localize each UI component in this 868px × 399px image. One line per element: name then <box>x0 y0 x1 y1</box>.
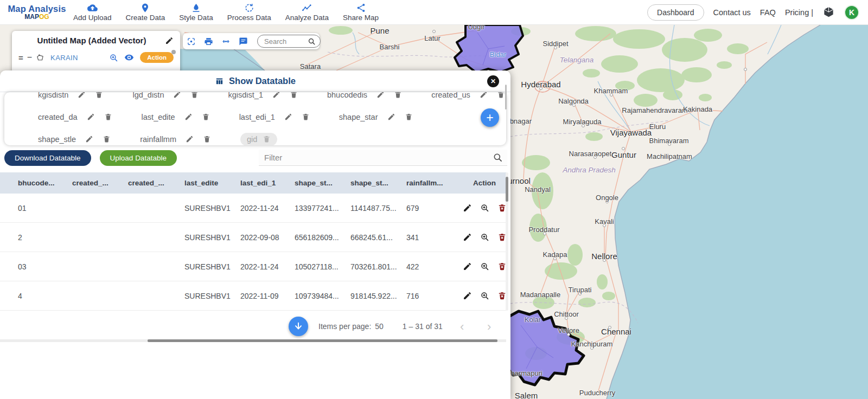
edit-field-icon[interactable] <box>480 92 488 99</box>
comment-icon[interactable] <box>239 37 248 46</box>
field-chip-gid: gid <box>240 133 277 146</box>
edit-field-icon[interactable] <box>184 113 193 121</box>
delete-field-icon[interactable] <box>203 135 211 143</box>
column-header: last_edite <box>184 179 240 187</box>
next-page-icon[interactable]: › <box>487 320 491 334</box>
delete-field-icon[interactable] <box>202 113 210 121</box>
zoom-to-layer-icon[interactable] <box>109 53 118 62</box>
delete-field-icon[interactable] <box>497 92 505 99</box>
edit-field-icon[interactable] <box>87 113 95 121</box>
map-search-input[interactable] <box>264 37 308 46</box>
items-per-page-value[interactable]: 50 <box>375 322 384 331</box>
measure-icon[interactable] <box>221 37 231 46</box>
edit-map-title-icon[interactable] <box>165 36 174 45</box>
field-name: kgisdist_1 <box>228 92 263 99</box>
app-logo[interactable]: Map Analysis MAPOG <box>8 4 66 21</box>
cell: SURESHBV1 <box>184 204 240 213</box>
style-drop-icon <box>191 3 201 13</box>
fields-scrollbar[interactable] <box>505 85 507 110</box>
upload-datatable-button[interactable]: Upload Datatable <box>100 150 177 166</box>
edit-field-icon[interactable] <box>272 92 280 99</box>
edit-field-icon[interactable] <box>186 135 194 143</box>
menu-item-create-data[interactable]: Create Data <box>119 0 173 25</box>
filter-input[interactable] <box>264 153 493 162</box>
edit-field-icon[interactable] <box>284 113 292 121</box>
delete-field-icon[interactable] <box>405 113 413 121</box>
menu-item-analyze-data[interactable]: Analyze Data <box>278 0 336 25</box>
field-chip-last_edite: last_edite <box>142 113 210 121</box>
map-title: Untitled Map (Added Vector) <box>18 36 165 45</box>
table-row: 4SURESHBV12022-11-09109739484...918145.9… <box>0 281 506 311</box>
column-header: shape_st... <box>295 179 350 187</box>
menu-item-process-data[interactable]: Process Data <box>220 0 278 25</box>
delete-field-icon[interactable] <box>290 92 298 99</box>
layer-name[interactable]: KARAIN <box>50 54 78 62</box>
menu-item-share-map[interactable]: Share Map <box>336 0 386 25</box>
delete-field-icon[interactable] <box>95 92 103 99</box>
row-actions <box>463 233 507 242</box>
locate-focus-icon[interactable] <box>187 37 196 46</box>
filter-box <box>259 150 507 166</box>
edit-field-icon[interactable] <box>78 92 86 99</box>
add-field-button[interactable]: + <box>481 108 499 127</box>
delete-field-icon[interactable] <box>103 135 111 143</box>
layer-visibility-eye-icon[interactable] <box>124 53 134 62</box>
cell: 105027118... <box>295 262 350 271</box>
edit-row-icon[interactable] <box>463 203 472 213</box>
delete-field-icon[interactable] <box>302 113 310 121</box>
share-icon <box>356 3 366 13</box>
field-name: created_da <box>38 113 78 121</box>
user-avatar[interactable]: K <box>844 5 859 20</box>
edit-row-icon[interactable] <box>463 262 472 271</box>
modal-header: Show Datatable <box>0 70 510 92</box>
delete-field-icon[interactable] <box>394 92 402 99</box>
edit-row-icon[interactable] <box>463 233 472 242</box>
dashboard-button[interactable]: Dashboard <box>647 4 704 21</box>
filter-search-icon[interactable] <box>493 152 503 163</box>
collapse-icon[interactable]: − <box>27 53 32 62</box>
table-horizontal-scrollbar[interactable] <box>148 339 497 342</box>
zoom-to-row-icon[interactable] <box>480 233 489 242</box>
field-chip-kgisdist_1: kgisdist_1 <box>228 92 297 99</box>
edit-field-icon[interactable] <box>387 113 395 121</box>
table-row: 2SURESHBV12022-09-08656182609...668245.6… <box>0 223 506 252</box>
datatable-icon <box>215 76 224 86</box>
print-icon[interactable] <box>204 37 213 46</box>
close-icon[interactable]: ✕ <box>487 75 499 87</box>
previous-page-icon[interactable]: ‹ <box>460 320 464 334</box>
download-datatable-button[interactable]: Download Datatable <box>4 150 91 166</box>
down-arrow-icon <box>293 321 304 332</box>
menu-item-add-upload[interactable]: Add Upload <box>66 0 119 25</box>
menu-item-style-data[interactable]: Style Data <box>172 0 220 25</box>
drag-handle-icon[interactable]: = <box>18 53 23 62</box>
cell: 716 <box>406 292 463 300</box>
table-vertical-scrollbar[interactable] <box>506 177 508 202</box>
table-row: 03SURESHBV12022-11-24105027118...703261.… <box>0 252 506 281</box>
edit-field-icon[interactable] <box>376 92 385 99</box>
layer-action-button[interactable]: Action <box>140 52 174 63</box>
process-icon <box>244 3 254 13</box>
menu-label: Process Data <box>227 14 271 22</box>
edit-field-icon[interactable] <box>85 135 93 143</box>
scroll-down-button[interactable] <box>289 317 308 336</box>
search-icon[interactable] <box>308 37 316 46</box>
delete-field-icon[interactable] <box>190 92 199 99</box>
zoom-to-row-icon[interactable] <box>480 291 489 300</box>
cell: 2022-11-09 <box>240 292 295 300</box>
nav-link-faq[interactable]: FAQ <box>760 8 776 17</box>
zoom-to-row-icon[interactable] <box>480 262 489 271</box>
zoom-to-row-icon[interactable] <box>480 203 489 213</box>
nav-link-contact-us[interactable]: Contact us <box>713 8 751 17</box>
edit-field-icon[interactable] <box>173 92 181 99</box>
map-layers-card: Untitled Map (Added Vector) = − KARAIN A… <box>12 31 180 73</box>
notification-dot <box>171 50 176 54</box>
edit-row-icon[interactable] <box>463 291 472 300</box>
cube-icon[interactable] <box>822 6 835 18</box>
cell: 918145.922... <box>350 292 406 300</box>
menu-label: Analyze Data <box>285 14 329 22</box>
delete-field-icon[interactable] <box>263 135 271 143</box>
delete-field-icon[interactable] <box>104 113 112 121</box>
logo-og-text: OG <box>39 13 49 21</box>
nav-link-pricing[interactable]: Pricing | <box>785 8 813 17</box>
map-toolbar <box>183 33 320 49</box>
